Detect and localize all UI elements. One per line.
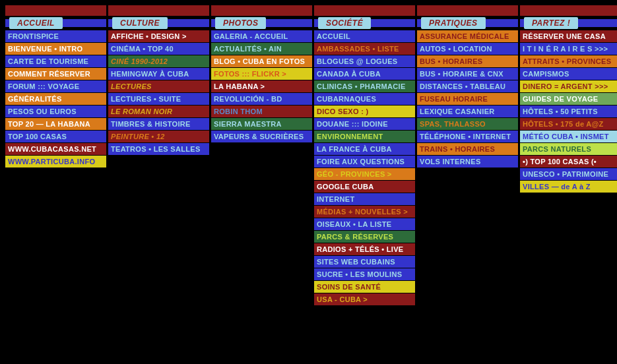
menu-item[interactable]: TÉLÉPHONE • INTERNET (417, 131, 518, 142)
menu-item[interactable]: BLOGUES @ LOGUES (314, 55, 415, 67)
menu-item[interactable]: SITES WEB CUBAINS (314, 256, 415, 268)
menu-item[interactable]: VOLS INTERNES (417, 156, 518, 167)
header-pill: PHOTOS (215, 17, 266, 29)
header-pill: SOCIÉTÉ (318, 17, 371, 29)
menu-item[interactable]: FRONTISPICE (5, 30, 106, 42)
menu-item[interactable]: PEINTURE • 12 (108, 131, 209, 142)
menu-item[interactable]: ATTRAITS • PROVINCES (520, 55, 617, 67)
header-pill: CULTURE (112, 17, 168, 29)
menu-item[interactable]: •) TOP 100 CASAS (• (520, 156, 617, 167)
menu-item[interactable]: FORUM ::: VOYAGE (5, 80, 106, 92)
menu-item[interactable]: REVOLUCIÓN - BD (211, 93, 312, 105)
menu-item[interactable]: HÔTELS • 50 PETITS (520, 106, 617, 117)
menu-item[interactable]: MÉTÉO CUBA • INSMET (520, 131, 617, 142)
menu-item[interactable]: DISTANCES • TABLEAU (417, 80, 518, 92)
menu-item[interactable]: LA HABANA > (211, 80, 312, 92)
menu-item[interactable]: LECTURES • SUITE (108, 93, 209, 105)
column-topbar (417, 5, 518, 16)
header-pill: ACCUEIL (9, 17, 63, 29)
menu-item[interactable]: PARCS & RÉSERVES (314, 231, 415, 243)
menu-item[interactable]: VILLES — de A à Z (520, 181, 617, 193)
column-header[interactable]: CULTURE (108, 17, 209, 29)
menu-item[interactable]: CINÉMA • TOP 40 (108, 43, 209, 55)
menu-item[interactable]: FUSEAU HORAIRE (417, 93, 518, 105)
menu-item[interactable]: LECTURES (108, 80, 209, 92)
menu-item[interactable]: ENVIRONNEMENT (314, 131, 415, 142)
menu-item[interactable]: HÔTELS • 175 de A@Z (520, 118, 617, 130)
menu-item[interactable]: AMBASSADES • LISTE (314, 43, 415, 55)
menu-item[interactable]: DOUANE ::: IDOINE (314, 118, 415, 130)
column-header[interactable]: PHOTOS (211, 17, 312, 29)
menu-item[interactable]: FOIRE AUX QUESTIONS (314, 156, 415, 167)
menu-item[interactable]: SPAS, THALASSO (417, 118, 518, 130)
column-topbar (108, 5, 209, 16)
column-topbar (520, 5, 617, 16)
menu-item[interactable]: WWW.PARTICUBA.INFO (5, 156, 106, 167)
menu-item[interactable]: LEXIQUE CASANIER (417, 106, 518, 117)
menu-item[interactable]: LA FRANCE À CUBA (314, 143, 415, 155)
menu-column-3: SOCIÉTÉACCUEILAMBASSADES • LISTEBLOGUES … (314, 5, 415, 306)
menu-column-5: PARTEZ !RÉSERVER UNE CASAI T I N É R A I… (520, 5, 617, 306)
column-header[interactable]: SOCIÉTÉ (314, 17, 415, 29)
column-header[interactable]: ACCUEIL (5, 17, 106, 29)
menu-item[interactable]: CAMPISMOS (520, 68, 617, 80)
column-topbar (5, 5, 106, 16)
menu-item[interactable]: SOINS DE SANTÉ (314, 281, 415, 293)
menu-item[interactable]: AUTOS • LOCATION (417, 43, 518, 55)
header-pill: PARTEZ ! (524, 17, 578, 29)
menu-item[interactable]: CINÉ 1990-2012 (108, 55, 209, 67)
column-header[interactable]: PRATIQUES (417, 17, 518, 29)
menu-item[interactable]: COMMENT RÉSERVER (5, 68, 106, 80)
menu-item[interactable]: I T I N É R A I R E S >>> (520, 43, 617, 55)
menu-column-0: ACCUEILFRONTISPICEBIENVENUE • INTROCARTE… (5, 5, 106, 306)
menu-item[interactable]: ACCUEIL (314, 30, 415, 42)
menu-item[interactable]: CARTE DE TOURISME (5, 55, 106, 67)
menu-item[interactable]: SIERRA MAESTRA (211, 118, 312, 130)
menu-item[interactable]: ASSURANCE MÉDICALE (417, 30, 518, 42)
menu-item[interactable]: RÉSERVER UNE CASA (520, 30, 617, 42)
menu-item[interactable]: BUS • HORAIRES (417, 55, 518, 67)
menu-item[interactable]: ACTUALITÉS • AIN (211, 43, 312, 55)
menu-item[interactable]: BIENVENUE • INTRO (5, 43, 106, 55)
menu-item[interactable]: BLOG • CUBA EN FOTOS (211, 55, 312, 67)
menu-item[interactable]: GÉNÉRALITÉS (5, 93, 106, 105)
menu-item[interactable]: TRAINS • HORAIRES (417, 143, 518, 155)
menu-item[interactable]: LE ROMAN NOIR (108, 106, 209, 117)
menu-item[interactable]: RADIOS + TÉLÉS • LIVE (314, 243, 415, 255)
column-topbar (211, 5, 312, 16)
menu-item[interactable]: MÉDIAS + NOUVELLES > (314, 206, 415, 218)
menu-item[interactable]: GUIDES DE VOYAGE (520, 93, 617, 105)
menu-item[interactable]: FOTOS ::: FLICKR > (211, 68, 312, 80)
menu-item[interactable]: BUS • HORAIRE & CNX (417, 68, 518, 80)
menu-item[interactable]: TOP 20 — LA HABANA (5, 118, 106, 130)
menu-item[interactable]: TEATROS • LES SALLES (108, 143, 209, 155)
menu-column-2: PHOTOSGALERIA - ACCUEILACTUALITÉS • AINB… (211, 5, 312, 306)
menu-grid: ACCUEILFRONTISPICEBIENVENUE • INTROCARTE… (5, 5, 612, 306)
menu-item[interactable]: CLINICAS • PHARMACIE (314, 80, 415, 92)
menu-item[interactable]: CUBARNAQUES (314, 93, 415, 105)
menu-column-4: PRATIQUESASSURANCE MÉDICALEAUTOS • LOCAT… (417, 5, 518, 306)
menu-item[interactable]: USA - CUBA > (314, 293, 415, 305)
menu-item[interactable]: DICO SEXO : ) (314, 106, 415, 117)
menu-item[interactable]: CANADA À CUBA (314, 68, 415, 80)
menu-item[interactable]: GÉO - PROVINCES > (314, 168, 415, 180)
menu-item[interactable]: UNESCO • PATRIMOINE (520, 168, 617, 180)
menu-item[interactable]: HEMINGWAY À CUBA (108, 68, 209, 80)
menu-item[interactable]: PARCS NATURELS (520, 143, 617, 155)
menu-item[interactable]: TIMBRES & HISTOIRE (108, 118, 209, 130)
menu-item[interactable]: SUCRE • LES MOULINS (314, 268, 415, 280)
menu-item[interactable]: DINERO = ARGENT >>> (520, 80, 617, 92)
menu-item[interactable]: VAPEURS & SUCRIÈRES (211, 131, 312, 142)
header-pill: PRATIQUES (421, 17, 486, 29)
column-topbar (314, 5, 415, 16)
menu-item[interactable]: ROBIN THOM (211, 106, 312, 117)
menu-item[interactable]: INTERNET (314, 193, 415, 205)
menu-item[interactable]: PESOS OU EUROS (5, 106, 106, 117)
menu-item[interactable]: GOOGLE CUBA (314, 181, 415, 193)
menu-item[interactable]: AFFICHE • DESIGN > (108, 30, 209, 42)
menu-item[interactable]: GALERIA - ACCUEIL (211, 30, 312, 42)
menu-item[interactable]: OISEAUX • LA LISTE (314, 218, 415, 230)
column-header[interactable]: PARTEZ ! (520, 17, 617, 29)
menu-item[interactable]: WWW.CUBACASAS.NET (5, 143, 106, 155)
menu-item[interactable]: TOP 100 CASAS (5, 131, 106, 142)
